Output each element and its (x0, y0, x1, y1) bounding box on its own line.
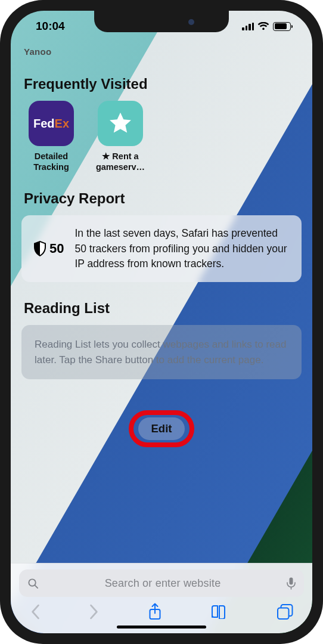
privacy-tracker-count: 50 (33, 241, 64, 256)
reading-list-card[interactable]: Reading List lets you collect webpages a… (21, 325, 302, 379)
bookmarks-icon[interactable] (210, 605, 228, 619)
screen: 10:04 Yanoo Frequently Visited FedEx Det… (11, 11, 312, 633)
start-page-content: Yanoo Frequently Visited FedEx Detailed … (11, 42, 312, 563)
fedex-logo-icon: FedEx (29, 101, 74, 146)
reading-list-description: Reading List lets you collect webpages a… (35, 339, 286, 366)
frequently-visited-item-gameserver[interactable]: ★ Rent a gameserv… (93, 101, 148, 172)
notch (94, 11, 229, 32)
shield-icon (33, 241, 46, 256)
forward-icon (89, 604, 100, 620)
fv-item-label: ★ Rent a gameserv… (93, 151, 148, 172)
fv-item-label: Detailed Tracking (24, 151, 79, 172)
search-icon (27, 578, 39, 589)
share-icon[interactable] (148, 603, 162, 621)
home-indicator[interactable] (117, 626, 206, 628)
status-indicators (242, 22, 291, 31)
status-time: 10:04 (36, 20, 65, 33)
frequently-visited-row: FedEx Detailed Tracking ★ Rent a gameser… (20, 101, 303, 172)
back-icon (30, 604, 41, 620)
edit-button-container: Edit (20, 410, 303, 447)
privacy-report-title: Privacy Report (24, 190, 299, 207)
bottom-bar: Search or enter website (11, 563, 312, 633)
url-bar[interactable]: Search or enter website (19, 569, 304, 597)
cellular-signal-icon (242, 23, 254, 30)
toolbar (19, 597, 304, 621)
privacy-report-card[interactable]: 50 In the last seven days, Safari has pr… (21, 215, 302, 282)
wifi-icon (257, 22, 269, 31)
privacy-report-description: In the last seven days, Safari has preve… (74, 226, 290, 271)
url-placeholder: Search or enter website (46, 577, 279, 590)
star-icon (98, 101, 143, 146)
battery-icon (273, 22, 291, 31)
svg-rect-2 (290, 577, 293, 584)
tracker-count-value: 50 (49, 241, 64, 256)
frequently-visited-item-fedex[interactable]: FedEx Detailed Tracking (24, 101, 79, 172)
frequently-visited-title: Frequently Visited (24, 76, 299, 92)
svg-line-1 (35, 585, 38, 587)
tutorial-highlight: Edit (129, 410, 195, 447)
phone-frame: 10:04 Yanoo Frequently Visited FedEx Det… (0, 0, 323, 644)
favorite-label-truncated: Yanoo (20, 42, 303, 58)
svg-rect-5 (278, 608, 289, 620)
microphone-icon[interactable] (287, 577, 296, 590)
tabs-icon[interactable] (277, 603, 293, 620)
edit-button[interactable]: Edit (138, 417, 185, 440)
reading-list-title: Reading List (24, 300, 299, 317)
